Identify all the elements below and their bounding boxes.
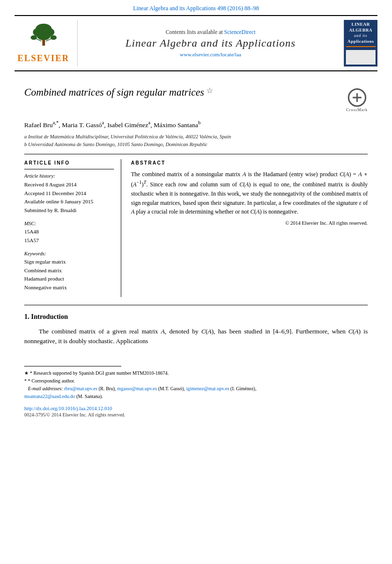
footnote-emails: E-mail addresses: rbru@mat.upv.es (R. Br… [24,385,368,400]
footnote-divider [24,366,121,366]
affiliation-b: b Universidad Autónoma de Santo Domingo,… [24,141,368,149]
keyword-1: Sign regular matrix [24,258,114,266]
article-info-title: ARTICLE INFO [24,159,114,167]
keywords-block: Keywords: Sign regular matrix Combined m… [24,250,114,292]
authors: Rafael Brua,*, Maria T. Gassóa, Isabel G… [24,119,368,130]
keyword-4: Nonnegative matrix [24,283,114,292]
keyword-2: Combined matrix [24,266,114,275]
keywords-label: Keywords: [24,250,114,258]
issn-line: 0024-3795/© 2014 Elsevier Inc. All right… [24,412,368,417]
msc-block: MSC: 15A48 15A57 [24,220,114,245]
elsevier-logo: ELSEVIER [15,20,78,66]
email-link-1[interactable]: rbru@mat.upv.es [64,386,98,391]
msc2: 15A57 [24,236,114,245]
crossmark-circle [348,88,366,107]
paper-title: Combined matrices of sign regular matric… [24,86,213,100]
doi-link[interactable]: http://dx.doi.org/10.1016/j.laa.2014.12.… [24,406,112,411]
email-link-2[interactable]: mgasso@mat.upv.es [117,386,157,391]
sciencedirect-line: Contents lists available at ScienceDirec… [165,29,255,35]
svg-point-3 [36,30,51,40]
doi-line: http://dx.doi.org/10.1016/j.laa.2014.12.… [24,404,368,412]
affiliations: a Institut de Matemàtica Multidisciplina… [24,133,368,149]
journal-title-block: Contents lists available at ScienceDirec… [78,20,343,66]
msc1: 15A48 [24,228,114,236]
journal-main-title: Linear Algebra and its Applications [126,37,296,50]
keyword-3: Hadamard product [24,275,114,283]
available-date: Available online 6 January 2015 [24,198,114,206]
svg-rect-4 [42,39,45,46]
svg-point-7 [31,35,37,40]
crossmark-badge[interactable]: CrossMark [346,88,368,112]
abstract-title: ABSTRACT [131,159,368,167]
history-block: Article history: Received 8 August 2014 … [24,172,114,215]
svg-point-8 [50,35,56,40]
footnote-star: ★ * Research supported by Spanish DGI gr… [24,369,368,377]
star-footnote-icon: ☆ [206,86,213,95]
abstract-section: ABSTRACT The combined matrix of a nonsin… [131,159,368,297]
footnote-corresponding: * * Corresponding author. [24,377,368,385]
affiliation-a: a Institut de Matemàtica Multidisciplina… [24,133,368,141]
crossmark-label: CrossMark [346,108,368,112]
paper-content: Combined matrices of sign regular matric… [0,71,392,428]
submitted-by: Submitted by R. Brualdi [24,206,114,215]
journal-header: ELSEVIER Contents lists available at Sci… [15,15,377,71]
crossmark-cross-icon [352,93,362,102]
received-date: Received 8 August 2014 [24,181,114,189]
sciencedirect-link[interactable]: ScienceDirect [224,29,256,35]
intro-paragraph: The combined matrix of a given real matr… [24,327,368,347]
elsevier-brand: ELSEVIER [17,53,69,64]
journal-cover-image: LINEARALGEBRAand itsApplications [343,20,377,66]
copyright: © 2014 Elsevier Inc. All rights reserved… [131,219,368,227]
elsevier-tree-icon [24,22,63,51]
footnotes: ★ * Research supported by Spanish DGI gr… [24,369,368,400]
article-info: ARTICLE INFO Article history: Received 8… [24,159,121,297]
accepted-date: Accepted 11 December 2014 [24,189,114,198]
history-label: Article history: [24,172,114,181]
section-divider [24,305,368,305]
paper-title-text: Combined matrices of sign regular matric… [24,86,204,98]
email-link-3[interactable]: igimenez@mat.upv.es [186,386,229,391]
citation-text: Linear Algebra and its Applications 498 … [133,5,259,12]
abstract-text: The combined matrix of a nonsingular mat… [131,170,368,216]
two-column-section: ARTICLE INFO Article history: Received 8… [24,154,368,297]
email-link-4[interactable]: msantana22@uasd.edu.do [24,394,75,399]
journal-url[interactable]: www.elsevier.com/locate/laa [180,51,241,57]
footnotes-area: ★ * Research supported by Spanish DGI gr… [24,366,368,417]
msc-label: MSC: [24,220,114,228]
section-1-heading: 1. Introduction [24,313,368,321]
top-citation: Linear Algebra and its Applications 498 … [0,0,392,15]
cover-label: LINEARALGEBRAand itsApplications [347,22,374,45]
paper-title-row: Combined matrices of sign regular matric… [24,86,368,112]
